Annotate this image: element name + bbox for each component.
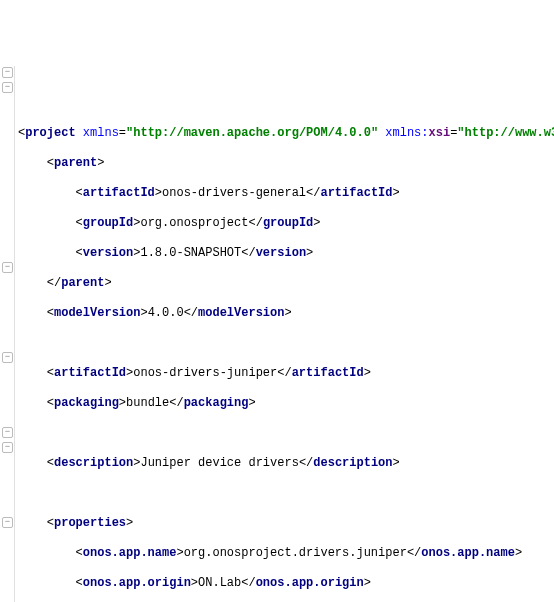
- tag-packaging: packaging: [54, 396, 119, 410]
- code-line: <version>1.8.0-SNAPSHOT</version>: [18, 246, 554, 261]
- code-line: <artifactId>onos-drivers-general</artifa…: [18, 186, 554, 201]
- tag-close: description: [313, 456, 392, 470]
- tag-close: onos.app.origin: [256, 576, 364, 590]
- tag-close: artifactId: [320, 186, 392, 200]
- fold-icon[interactable]: −: [2, 517, 13, 528]
- fold-icon[interactable]: −: [2, 67, 13, 78]
- attr-prefix: xmlns:: [385, 126, 428, 140]
- tag-project: project: [25, 126, 75, 140]
- parent-artifactId: onos-drivers-general: [162, 186, 306, 200]
- parent-version: 1.8.0-SNAPSHOT: [140, 246, 241, 260]
- artifactId: onos-drivers-juniper: [133, 366, 277, 380]
- tag-artifactId: artifactId: [54, 366, 126, 380]
- tag-artifactId: artifactId: [83, 186, 155, 200]
- code-line: </parent>: [18, 276, 554, 291]
- tag-parent: parent: [54, 156, 97, 170]
- code-line: <description>Juniper device drivers</des…: [18, 456, 554, 471]
- tag-description: description: [54, 456, 133, 470]
- code-line: <properties>: [18, 516, 554, 531]
- tag-app-name: onos.app.name: [83, 546, 177, 560]
- xmlns-value: http://maven.apache.org/POM/4.0.0: [133, 126, 371, 140]
- app-name: org.onosproject.drivers.juniper: [184, 546, 407, 560]
- app-origin: ON.Lab: [198, 576, 241, 590]
- tag-close: parent: [61, 276, 104, 290]
- code-line: [18, 426, 554, 441]
- xml-editor[interactable]: − − − − − − − <project xmlns="http://mav…: [0, 60, 554, 602]
- code-area[interactable]: <project xmlns="http://maven.apache.org/…: [16, 111, 554, 602]
- tag-app-origin: onos.app.origin: [83, 576, 191, 590]
- code-line: <groupId>org.onosproject</groupId>: [18, 216, 554, 231]
- code-line: <onos.app.name>org.onosproject.drivers.j…: [18, 546, 554, 561]
- code-line: <parent>: [18, 156, 554, 171]
- tag-close: artifactId: [292, 366, 364, 380]
- tag-groupId: groupId: [83, 216, 133, 230]
- code-line: <packaging>bundle</packaging>: [18, 396, 554, 411]
- packaging: bundle: [126, 396, 169, 410]
- tag-close: groupId: [263, 216, 313, 230]
- code-line: <artifactId>onos-drivers-juniper</artifa…: [18, 366, 554, 381]
- fold-icon[interactable]: −: [2, 442, 13, 453]
- tag-close: version: [256, 246, 306, 260]
- xsi-value: http://www.w3.o: [465, 126, 554, 140]
- code-line: <project xmlns="http://maven.apache.org/…: [18, 126, 554, 141]
- parent-groupId: org.onosproject: [140, 216, 248, 230]
- tag-version: version: [83, 246, 133, 260]
- code-line: [18, 336, 554, 351]
- attr-xsi: xsi: [429, 126, 451, 140]
- tag-properties: properties: [54, 516, 126, 530]
- code-line: <modelVersion>4.0.0</modelVersion>: [18, 306, 554, 321]
- fold-gutter: − − − − − − −: [0, 66, 15, 602]
- tag-close: onos.app.name: [421, 546, 515, 560]
- modelVersion: 4.0.0: [148, 306, 184, 320]
- fold-icon[interactable]: −: [2, 352, 13, 363]
- description: Juniper device drivers: [140, 456, 298, 470]
- code-line: <onos.app.origin>ON.Lab</onos.app.origin…: [18, 576, 554, 591]
- tag-modelVersion: modelVersion: [54, 306, 140, 320]
- tag-close: modelVersion: [198, 306, 284, 320]
- fold-icon[interactable]: −: [2, 427, 13, 438]
- attr-xmlns: xmlns: [83, 126, 119, 140]
- code-line: [18, 486, 554, 501]
- fold-icon[interactable]: −: [2, 82, 13, 93]
- fold-icon[interactable]: −: [2, 262, 13, 273]
- tag-close: packaging: [184, 396, 249, 410]
